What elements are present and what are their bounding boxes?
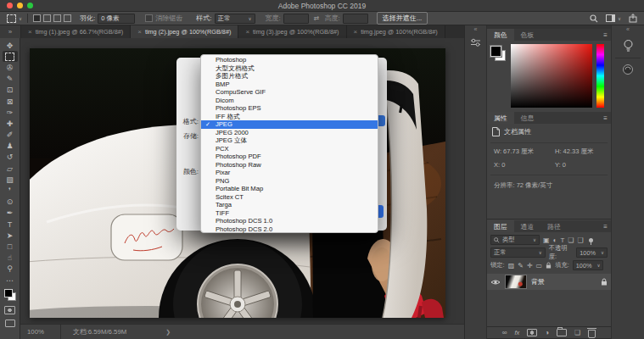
lock-all-icon[interactable]	[546, 262, 552, 269]
format-option[interactable]: 大型文档格式	[201, 64, 378, 73]
panel-menu-icon[interactable]: ≡	[603, 220, 611, 232]
feather-input[interactable]: 0 像素	[98, 14, 135, 24]
lock-transparent-icon[interactable]: ▨	[508, 262, 515, 270]
format-option[interactable]: Photoshop	[201, 56, 378, 64]
status-chevron-icon[interactable]: ❯	[165, 329, 171, 336]
dodge-tool[interactable]: ⊙	[3, 197, 18, 208]
adjustment-layer-icon[interactable]: ◑	[545, 329, 549, 336]
foreground-color-swatch[interactable]	[490, 46, 501, 57]
layer-style-icon[interactable]: fx	[514, 329, 519, 336]
layer-thumbnail[interactable]	[505, 275, 527, 289]
opacity-input[interactable]: 100% ∨	[576, 247, 608, 258]
panel-menu-icon[interactable]: ≡	[603, 29, 611, 41]
add-mask-icon[interactable]	[527, 329, 537, 336]
antialias-checkbox[interactable]: 消除锯齿	[145, 14, 182, 23]
tab-properties[interactable]: 属性	[487, 112, 514, 124]
format-option[interactable]: PNG	[201, 177, 378, 186]
frame-tool[interactable]: ⊠	[3, 96, 18, 107]
subtract-selection-mode[interactable]	[53, 14, 61, 22]
close-icon[interactable]: ×	[245, 28, 249, 36]
move-tool[interactable]: ✥	[3, 40, 18, 51]
lock-move-icon[interactable]: ✛	[527, 262, 533, 270]
format-option[interactable]: Photoshop DCS 1.0	[201, 217, 378, 225]
tab-channels[interactable]: 通道	[514, 220, 541, 232]
brush-tool[interactable]: ✐	[3, 130, 18, 141]
tab-timg-1[interactable]: × timg (1).jpeg @ 66.7%(RGB/8#)	[21, 25, 131, 38]
layer-filter-dropdown[interactable]: 类型 ∨	[490, 235, 540, 245]
format-option-selected[interactable]: ✓ JPEG	[201, 120, 378, 129]
tab-color[interactable]: 颜色	[487, 29, 514, 41]
type-tool[interactable]: T	[3, 219, 18, 230]
pen-tool[interactable]: ✒	[3, 208, 18, 219]
format-option[interactable]: 多图片格式	[201, 72, 378, 81]
filter-adjustment-layers-icon[interactable]: ◐	[553, 236, 557, 244]
workspace-switcher[interactable]: ∨	[606, 14, 621, 22]
healing-brush-tool[interactable]: ✚	[3, 118, 18, 129]
expand-panel-icon[interactable]: «	[474, 26, 478, 32]
link-layers-icon[interactable]: ∞	[502, 329, 507, 336]
tab-info[interactable]: 信息	[514, 112, 541, 124]
adjustments-icon[interactable]	[470, 37, 481, 47]
path-select-tool[interactable]: ➤	[3, 230, 18, 241]
clone-stamp-tool[interactable]: ♟	[3, 141, 18, 152]
tab-swatches[interactable]: 色板	[514, 29, 541, 41]
foreground-background-colors[interactable]	[4, 289, 16, 301]
fill-input[interactable]: 100% ∨	[573, 260, 604, 270]
delete-layer-icon[interactable]	[588, 330, 596, 338]
format-option[interactable]: Photoshop Raw	[201, 161, 378, 170]
format-option[interactable]: Photoshop PDF	[201, 153, 378, 161]
toolbar-collapse-icon[interactable]: »	[0, 25, 21, 38]
close-icon[interactable]: ×	[137, 28, 142, 36]
blend-mode-dropdown[interactable]: 正常 ∨	[490, 247, 546, 258]
format-option[interactable]: Dicom	[201, 97, 378, 105]
format-option[interactable]: Pixar	[201, 169, 378, 177]
tab-layers[interactable]: 图层	[487, 220, 514, 232]
format-option[interactable]: TIFF	[201, 209, 378, 218]
crop-tool[interactable]: ⊡	[3, 85, 18, 96]
format-option[interactable]: CompuServe GIF	[201, 88, 378, 97]
saturation-field[interactable]	[511, 44, 592, 108]
edit-toolbar-button[interactable]: ⋯	[3, 275, 18, 286]
format-option[interactable]: PCX	[201, 145, 378, 153]
filter-smart-objects-icon[interactable]: ❑	[577, 236, 583, 244]
zoom-level-input[interactable]: 100%	[20, 325, 61, 339]
tool-preset[interactable]: ∨	[7, 14, 22, 23]
tab-timg-3[interactable]: × timg (3).jpeg @ 100%(RGB/8#)	[238, 25, 346, 38]
close-icon[interactable]: ×	[354, 28, 358, 36]
style-dropdown[interactable]: 正常 ∨	[215, 14, 255, 24]
zoom-tool[interactable]: ⚲	[3, 264, 18, 275]
eyedropper-tool[interactable]: ✑	[3, 107, 18, 118]
format-option[interactable]: Targa	[201, 201, 378, 209]
format-option[interactable]: Photoshop EPS	[201, 104, 378, 113]
filter-pixel-layers-icon[interactable]: ▣	[543, 236, 550, 244]
quick-mask-button[interactable]	[4, 306, 15, 314]
lasso-tool[interactable]: ✇	[3, 62, 18, 73]
layer-row-background[interactable]: 背景	[487, 274, 611, 290]
hand-tool[interactable]: ☝	[3, 253, 18, 264]
format-option[interactable]: Scitex CT	[201, 193, 378, 202]
select-and-mask-button[interactable]: 选择并遮住...	[377, 12, 428, 25]
tab-paths[interactable]: 路径	[540, 220, 568, 232]
tab-timg[interactable]: × timg.jpeg @ 100%(RGB/8#)	[347, 25, 445, 38]
visibility-eye-icon[interactable]	[490, 279, 501, 286]
quick-select-tool[interactable]: ✎	[3, 74, 18, 85]
tab-timg-2-active[interactable]: × timg (2).jpeg @ 100%(RGB/8#)	[131, 25, 238, 38]
share-icon[interactable]	[629, 14, 637, 23]
height-input[interactable]	[343, 14, 368, 24]
blur-tool[interactable]: ❜	[3, 185, 18, 196]
expand-panel-icon[interactable]: «	[626, 26, 630, 32]
panel-menu-icon[interactable]: ≡	[603, 112, 611, 124]
intersect-selection-mode[interactable]	[64, 14, 71, 22]
new-group-icon[interactable]	[557, 329, 567, 336]
color-swatches[interactable]	[490, 46, 506, 61]
swap-dimensions-icon[interactable]: ⇄	[314, 14, 320, 22]
format-option[interactable]: Photoshop DCS 2.0	[201, 225, 378, 234]
filter-toggle-icon[interactable]	[589, 238, 593, 242]
eraser-tool[interactable]: ▱	[3, 163, 18, 174]
screen-mode-button[interactable]	[5, 320, 15, 327]
learn-lightbulb-icon[interactable]	[623, 39, 634, 53]
new-selection-mode[interactable]	[33, 14, 41, 22]
format-option[interactable]: JPEG 2000	[201, 129, 378, 137]
marquee-tool[interactable]	[3, 51, 18, 62]
add-selection-mode[interactable]	[43, 14, 51, 22]
